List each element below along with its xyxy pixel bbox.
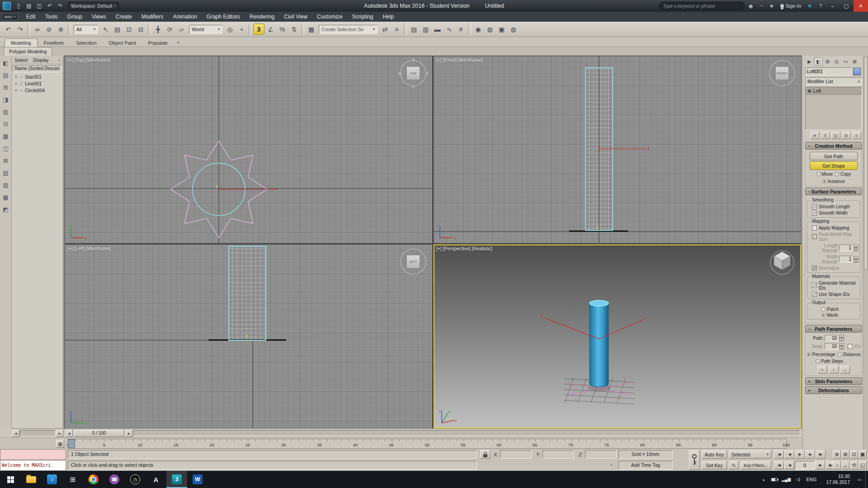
window-crossing-icon[interactable]: ⊟ [135, 23, 146, 35]
rollout-deformations-header[interactable]: +Deformations [805, 386, 862, 394]
select-and-link-icon[interactable]: ∞ [32, 23, 43, 35]
scene-object-circle004[interactable]: ◎ ○ Circle004 [12, 87, 63, 94]
max-logo-chip[interactable]: MAX▾ [2, 14, 18, 20]
next-shape-icon[interactable]: ↓ [840, 366, 850, 374]
autodesk-app-icon[interactable]: A [146, 471, 166, 488]
maximize-viewport-icon[interactable]: ◱ [859, 461, 867, 469]
set-key-button[interactable]: Set Key [702, 461, 727, 469]
tab-freeform[interactable]: Freeform [38, 39, 70, 47]
visibility-icon[interactable]: ◎ [14, 88, 18, 92]
viewcube[interactable] [768, 247, 797, 276]
render-production-icon[interactable]: ◍ [508, 23, 519, 35]
key-filters-button[interactable]: Key Filters... [741, 461, 771, 469]
separator[interactable] [301, 23, 304, 35]
select-and-move-icon[interactable]: ╋ [152, 23, 164, 35]
viewport-left[interactable]: x [+] [Left] [Wireframe] LEFT y z [65, 244, 432, 428]
exchange-icon[interactable]: ✕ [805, 1, 815, 11]
render-setup-icon[interactable]: ◍ [484, 23, 495, 35]
modify-tab-icon[interactable]: ◧ [814, 57, 823, 66]
align-icon[interactable]: ≡ [391, 23, 402, 35]
checkbox-snap-on[interactable]: ✓On [845, 344, 861, 349]
modeling-tool-icon[interactable]: ▨ [1, 180, 10, 189]
utilities-tab-icon[interactable]: ⊠ [850, 57, 859, 66]
play-icon[interactable]: ▶ [795, 450, 805, 459]
help-icon[interactable]: ? [816, 1, 826, 11]
volume-icon[interactable]: ◁) [792, 471, 804, 488]
viewcube[interactable]: LEFT [399, 247, 428, 276]
previous-key-icon[interactable]: ◀ [784, 450, 794, 459]
display-tab-icon[interactable]: ▭ [841, 57, 850, 66]
new-key-filter-icon[interactable]: ∿ [729, 461, 739, 469]
previous-shape-icon[interactable]: ↑ [829, 366, 839, 374]
explorer-menu-select[interactable]: Select [14, 57, 28, 63]
search-input[interactable] [663, 4, 741, 9]
viewport-top[interactable]: x [+] [Top] [Wireframe] N E S W TOP x y [65, 56, 432, 243]
explorer-scrollbar[interactable]: ◂ ▸ [12, 428, 64, 437]
material-editor-icon[interactable]: ◉ [472, 23, 484, 35]
radio-distance[interactable]: Distance [838, 352, 861, 357]
menu-graph-editors[interactable]: Graph Editors [202, 12, 245, 21]
auto-key-button[interactable]: Auto Key [702, 450, 727, 459]
go-to-start-icon[interactable]: |◀ [774, 461, 784, 469]
maxscript-mini-listener[interactable]: Welcome to MAXScri [0, 460, 66, 471]
radio-instance[interactable]: Instance [822, 179, 845, 184]
menu-rendering[interactable]: Rendering [245, 12, 279, 21]
ribbon-minimize-icon[interactable]: ▾ [177, 41, 179, 47]
chrome-icon[interactable] [83, 471, 104, 488]
save-file-icon[interactable]: ◫ [34, 1, 44, 11]
separator[interactable] [148, 23, 151, 35]
modeling-tool-icon[interactable]: ▦ [1, 131, 10, 141]
radio-copy[interactable]: Copy [835, 172, 851, 177]
select-and-manipulate-icon[interactable]: + [236, 23, 247, 35]
checkbox-real-world-map-size[interactable]: ✓Real-World Map Size [808, 231, 859, 242]
previous-frame-icon[interactable]: ◀ [784, 461, 794, 469]
workspace-dropdown[interactable]: Workspace: Default▾ [68, 2, 119, 10]
visibility-icon[interactable]: ◎ [14, 75, 18, 79]
time-back-icon[interactable]: ◂ [66, 430, 73, 437]
length-repeat-spinner[interactable]: Length Repeat: ▴▾ [808, 242, 859, 253]
tab-populate[interactable]: Populate [142, 39, 173, 47]
modeling-tool-icon[interactable]: ⊟ [1, 119, 10, 128]
scene-object-line001[interactable]: ◎ ╱ Line001 [12, 80, 63, 87]
scene-object-star001[interactable]: ◎ ☆ Star001 [12, 73, 63, 80]
battery-icon[interactable] [769, 471, 780, 488]
modifier-list-dropdown[interactable]: Modifier List ▾ [805, 77, 862, 85]
time-slider-track[interactable] [133, 430, 800, 436]
max-app-icon[interactable]: 3 [166, 471, 187, 488]
select-and-rotate-icon[interactable]: ⟳ [164, 23, 175, 35]
separator[interactable] [404, 23, 407, 35]
modeling-tool-icon[interactable]: ▥ [1, 107, 10, 116]
word-icon[interactable]: W [187, 471, 208, 488]
show-desktop-button[interactable] [865, 471, 868, 488]
viewcube-face[interactable]: FRONT [775, 66, 789, 80]
select-object-icon[interactable]: ↖ [100, 23, 111, 35]
viewcube-face[interactable]: LEFT [406, 255, 420, 268]
separator[interactable] [68, 23, 71, 35]
hierarchy-tab-icon[interactable]: ⊞ [823, 57, 832, 66]
field-of-view-icon[interactable]: ◔ [833, 461, 841, 469]
viewport-label[interactable]: [+] [Front] [Wireframe] [436, 57, 482, 63]
minimize-button[interactable]: – [826, 0, 839, 12]
object-name-input[interactable] [805, 67, 852, 75]
modeling-tool-icon[interactable]: ▩ [1, 192, 10, 202]
rollout-creation-method-header[interactable]: −Creation Method [805, 142, 862, 150]
mirror-icon[interactable]: ⇄ [379, 23, 391, 35]
checkbox-smooth-length[interactable]: ✓Smooth Length [808, 203, 859, 210]
menu-tools[interactable]: Tools [41, 12, 62, 21]
rendered-frame-window-icon[interactable]: ▣ [496, 23, 507, 35]
toggle-layer-explorer-icon[interactable]: ▥ [420, 23, 431, 35]
checkbox-normalize[interactable]: ✓Normalize [808, 265, 859, 271]
add-time-tag[interactable]: Add Time Tag [618, 461, 673, 469]
go-to-end-icon[interactable]: ▶| [816, 450, 826, 459]
radio-percentage[interactable]: Percentage [807, 352, 835, 357]
media-app-icon[interactable]: ♪ [42, 471, 62, 488]
menu-customize[interactable]: Customize [312, 12, 347, 21]
checkbox-smooth-width[interactable]: ✓Smooth Width [808, 210, 859, 216]
y-coordinate-field[interactable] [542, 450, 574, 459]
current-frame-marker[interactable] [68, 439, 75, 448]
viewport-label[interactable]: [+] [Top] [Wireframe] [67, 57, 110, 63]
scroll-left-icon[interactable]: ◂ [12, 430, 19, 437]
rectangular-selection-region-icon[interactable]: ⊡ [123, 23, 135, 35]
search-box[interactable] [659, 2, 745, 10]
angle-snap-icon[interactable]: ∠ [265, 23, 276, 35]
